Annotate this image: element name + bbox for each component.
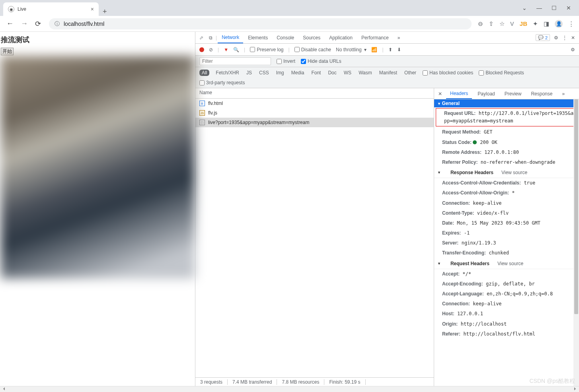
globe-icon: ◉ [8,6,14,12]
third-party-checkbox[interactable]: 3rd-party requests [199,80,575,85]
request-row[interactable]: JSflv.js [195,108,434,118]
filter-type-doc[interactable]: Doc [327,70,337,76]
devtools-tab-application[interactable]: Application [325,32,357,43]
close-tab-icon[interactable]: × [91,6,94,12]
filter-type-fetch-xhr[interactable]: Fetch/XHR [215,70,240,76]
filter-type-js[interactable]: JS [246,70,253,76]
filter-type-all[interactable]: All [199,70,209,76]
section-request-headers[interactable]: Request HeadersView source [434,258,579,269]
disable-cache-checkbox[interactable]: Disable cache [294,47,331,52]
start-button[interactable]: 开始 [1,48,14,55]
requests-panel: Name ≡flv.htmlJSflv.js□live?port=1935&ap… [195,88,434,386]
filter-types: AllFetch/XHRJSCSSImgMediaFontDocWSWasmMa… [195,67,579,88]
issues-badge[interactable]: 💬2 [536,34,550,41]
close-window-button[interactable]: ✕ [566,5,571,11]
header-row: Referrer Policy: no-referrer-when-downgr… [434,157,579,167]
header-row: Request URL: http://127.0.0.1/live?port=… [436,108,577,126]
detail-more-tabs[interactable]: » [558,88,569,99]
header-row: Request Method: GET [434,127,579,137]
record-button[interactable] [199,47,204,52]
wifi-icon[interactable]: 📶 [371,47,377,52]
scrollbar-vertical[interactable] [573,99,579,386]
window-title-bar: ◉ Live × + ⌄ — ☐ ✕ [0,0,579,16]
browser-tab[interactable]: ◉ Live × [3,2,99,16]
device-toggle-icon[interactable]: ⧉ [207,35,215,41]
address-bar[interactable]: ⓘ localhost/flv.html [49,18,472,29]
clear-icon[interactable]: ⊘ [209,47,213,52]
preserve-log-checkbox[interactable]: Preserve log [250,47,283,52]
detail-tab-response[interactable]: Response [527,88,556,99]
header-row: Referer: http://localhost/flv.html [434,329,579,339]
close-devtools-icon[interactable]: ✕ [571,35,575,41]
filter-icon[interactable]: ▼ [224,47,228,52]
forward-button[interactable]: → [19,18,29,29]
detail-body[interactable]: GeneralRequest URL: http://127.0.0.1/liv… [434,99,579,386]
search-icon[interactable]: 🔍 [233,47,239,52]
profile-icon[interactable]: 👤 [555,20,563,28]
filter-type-manifest[interactable]: Manifest [378,70,398,76]
ext-v-icon[interactable]: V [510,20,514,27]
blocked-cookies-checkbox[interactable]: Has blocked cookies [423,70,473,76]
reload-button[interactable]: ⟳ [33,18,43,30]
extensions-icon[interactable]: ✦ [533,20,538,27]
video-player[interactable] [1,56,195,279]
header-row: Accept-Encoding: gzip, deflate, br [434,279,579,289]
detail-tab-preview[interactable]: Preview [501,88,526,99]
status-finish: Finish: 59.19 s [324,379,365,385]
filter-type-css[interactable]: CSS [258,70,270,76]
site-info-icon[interactable]: ⓘ [55,20,60,27]
devtools-more-tabs[interactable]: » [394,32,404,43]
section-response-headers[interactable]: Response HeadersView source [434,167,579,178]
doc-icon: ≡ [199,101,205,106]
close-detail-icon[interactable]: ✕ [436,91,444,97]
section-general[interactable]: General [434,99,579,107]
invert-checkbox[interactable]: Invert [277,58,295,64]
browser-toolbar: ← → ⟳ ⓘ localhost/flv.html ⊖ ⇧ ☆ V JB ✦ … [0,16,579,32]
back-button[interactable]: ← [5,18,15,29]
filter-type-ws[interactable]: WS [343,70,352,76]
devtools-tab-performance[interactable]: Performance [357,32,393,43]
detail-tab-headers[interactable]: Headers [446,88,472,99]
devtools-tab-network[interactable]: Network [218,32,243,43]
sidepanel-icon[interactable]: ◨ [544,20,549,27]
devtools-tab-sources[interactable]: Sources [299,32,324,43]
header-row: Accept-Language: en,zh-CN;q=0.9,zh;q=0.8 [434,289,579,299]
js-icon: JS [199,110,205,116]
filter-type-font[interactable]: Font [310,70,322,76]
filter-type-wasm[interactable]: Wasm [358,70,373,76]
detail-tab-payload[interactable]: Payload [474,88,499,99]
filter-type-other[interactable]: Other [404,70,417,76]
share-icon[interactable]: ⇧ [489,20,494,27]
request-row[interactable]: ≡flv.html [195,99,434,108]
hide-data-urls-checkbox[interactable]: Hide data URLs [301,58,341,64]
devtools-tab-console[interactable]: Console [273,32,298,43]
network-toolbar: ⊘ | ▼ 🔍 | Preserve log | Disable cache N… [195,44,579,56]
settings-icon[interactable]: ⚙ [554,35,558,41]
zoom-icon[interactable]: ⊖ [478,20,483,27]
filter-input[interactable] [199,57,271,65]
maximize-button[interactable]: ☐ [552,5,557,11]
devtools-tab-elements[interactable]: Elements [244,32,272,43]
page-content: 推流测试 开始 [0,32,195,386]
ext-jb-icon[interactable]: JB [520,20,527,27]
minimize-button[interactable]: — [536,5,542,11]
header-row: Connection: keep-alive [434,198,579,208]
bookmark-icon[interactable]: ☆ [499,20,505,27]
throttling-select[interactable]: No throttling ▾ [336,47,367,52]
menu-icon[interactable]: ⋮ [568,20,574,27]
chevron-down-icon[interactable]: ⌄ [522,5,527,11]
blocked-requests-checkbox[interactable]: Blocked Requests [479,70,524,76]
download-icon[interactable]: ⬇ [397,47,401,52]
upload-icon[interactable]: ⬆ [388,47,392,52]
inspect-icon[interactable]: ⬀ [197,35,206,41]
kebab-icon[interactable]: ⋮ [562,35,567,41]
detail-panel: ✕ HeadersPayloadPreviewResponse » Genera… [434,88,579,386]
scrollbar-horizontal[interactable] [0,386,579,392]
network-settings-icon[interactable]: ⚙ [571,47,575,52]
detail-tabstrip: ✕ HeadersPayloadPreviewResponse » [434,88,579,99]
request-row[interactable]: □live?port=1935&app=myapp&stream=mystrea… [195,118,434,127]
header-row: Transfer-Encoding: chunked [434,248,579,258]
new-tab-button[interactable]: + [99,8,111,16]
filter-type-img[interactable]: Img [275,70,285,76]
filter-type-media[interactable]: Media [290,70,305,76]
